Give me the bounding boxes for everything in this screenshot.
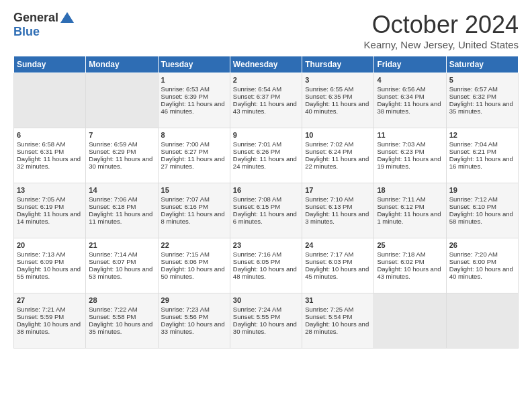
sunrise-text: Sunrise: 7:15 AM — [161, 250, 210, 258]
calendar-week-row: 6 Sunrise: 6:58 AM Sunset: 6:31 PM Dayli… — [14, 128, 519, 183]
daylight-text: Daylight: 11 hours and 16 minutes. — [449, 155, 513, 170]
logo: General Blue — [13, 11, 74, 39]
daylight-text: Daylight: 11 hours and 6 minutes. — [233, 210, 297, 225]
sunset-text: Sunset: 6:19 PM — [17, 203, 64, 210]
daylight-text: Daylight: 11 hours and 19 minutes. — [377, 155, 441, 170]
sunrise-text: Sunrise: 6:56 AM — [377, 85, 425, 93]
day-number: 7 — [89, 131, 154, 139]
sunrise-text: Sunrise: 7:03 AM — [377, 140, 425, 148]
sunrise-text: Sunrise: 7:17 AM — [305, 250, 353, 258]
day-number: 23 — [233, 241, 299, 249]
sunset-text: Sunset: 6:12 PM — [377, 203, 424, 210]
sunset-text: Sunset: 6:15 PM — [233, 203, 280, 210]
table-row: 19 Sunrise: 7:12 AM Sunset: 6:10 PM Dayl… — [446, 183, 518, 238]
day-number: 21 — [89, 241, 154, 249]
sunrise-text: Sunrise: 7:16 AM — [233, 250, 281, 258]
sunset-text: Sunset: 6:37 PM — [233, 93, 280, 100]
sunrise-text: Sunrise: 6:57 AM — [449, 85, 498, 93]
calendar-table: Sunday Monday Tuesday Wednesday Thursday… — [13, 56, 519, 349]
table-row: 30 Sunrise: 7:24 AM Sunset: 5:55 PM Dayl… — [230, 293, 302, 349]
table-row: 8 Sunrise: 7:00 AM Sunset: 6:27 PM Dayli… — [158, 128, 230, 183]
calendar-week-row: 13 Sunrise: 7:05 AM Sunset: 6:19 PM Dayl… — [14, 183, 519, 238]
day-number: 11 — [377, 131, 443, 139]
col-tuesday: Tuesday — [158, 56, 230, 73]
day-number: 17 — [305, 186, 371, 194]
sunrise-text: Sunrise: 7:14 AM — [89, 250, 137, 258]
sunrise-text: Sunrise: 7:10 AM — [305, 195, 353, 203]
sunrise-text: Sunrise: 7:01 AM — [233, 140, 281, 148]
sunset-text: Sunset: 6:24 PM — [305, 148, 352, 155]
sunrise-text: Sunrise: 6:59 AM — [89, 140, 137, 148]
day-number: 22 — [161, 241, 227, 249]
sunrise-text: Sunrise: 7:00 AM — [161, 140, 210, 148]
table-row: 10 Sunrise: 7:02 AM Sunset: 6:24 PM Dayl… — [302, 128, 374, 183]
sunset-text: Sunset: 6:02 PM — [377, 258, 424, 265]
day-number: 26 — [449, 241, 515, 249]
col-monday: Monday — [86, 56, 158, 73]
col-friday: Friday — [374, 56, 446, 73]
table-row: 20 Sunrise: 7:13 AM Sunset: 6:09 PM Dayl… — [14, 238, 86, 293]
table-row — [86, 73, 158, 128]
daylight-text: Daylight: 11 hours and 27 minutes. — [161, 155, 225, 170]
sunset-text: Sunset: 5:54 PM — [305, 313, 352, 320]
sunset-text: Sunset: 6:16 PM — [161, 203, 208, 210]
logo-general-text: General — [13, 11, 58, 25]
daylight-text: Daylight: 10 hours and 40 minutes. — [449, 265, 513, 280]
daylight-text: Daylight: 11 hours and 22 minutes. — [305, 155, 369, 170]
daylight-text: Daylight: 11 hours and 3 minutes. — [305, 210, 369, 225]
day-number: 5 — [449, 76, 515, 84]
day-number: 29 — [161, 296, 227, 304]
daylight-text: Daylight: 10 hours and 53 minutes. — [89, 265, 152, 280]
sunset-text: Sunset: 6:27 PM — [161, 148, 208, 155]
daylight-text: Daylight: 11 hours and 14 minutes. — [17, 210, 81, 225]
table-row: 29 Sunrise: 7:23 AM Sunset: 5:56 PM Dayl… — [158, 293, 230, 349]
daylight-text: Daylight: 11 hours and 8 minutes. — [161, 210, 225, 225]
calendar-header-row: Sunday Monday Tuesday Wednesday Thursday… — [14, 56, 519, 73]
location-text: Kearny, New Jersey, United States — [364, 39, 519, 50]
sunrise-text: Sunrise: 7:08 AM — [233, 195, 281, 203]
day-number: 6 — [17, 131, 83, 139]
table-row: 14 Sunrise: 7:06 AM Sunset: 6:18 PM Dayl… — [86, 183, 158, 238]
table-row: 4 Sunrise: 6:56 AM Sunset: 6:34 PM Dayli… — [374, 73, 446, 128]
sunrise-text: Sunrise: 7:07 AM — [161, 195, 210, 203]
sunset-text: Sunset: 6:34 PM — [377, 93, 424, 100]
col-thursday: Thursday — [302, 56, 374, 73]
table-row: 17 Sunrise: 7:10 AM Sunset: 6:13 PM Dayl… — [302, 183, 374, 238]
sunset-text: Sunset: 6:21 PM — [449, 148, 496, 155]
sunset-text: Sunset: 6:05 PM — [233, 258, 280, 265]
day-number: 31 — [305, 296, 371, 304]
table-row: 24 Sunrise: 7:17 AM Sunset: 6:03 PM Dayl… — [302, 238, 374, 293]
daylight-text: Daylight: 10 hours and 48 minutes. — [233, 265, 297, 280]
sunrise-text: Sunrise: 7:02 AM — [305, 140, 353, 148]
table-row: 18 Sunrise: 7:11 AM Sunset: 6:12 PM Dayl… — [374, 183, 446, 238]
table-row: 22 Sunrise: 7:15 AM Sunset: 6:06 PM Dayl… — [158, 238, 230, 293]
sunset-text: Sunset: 5:58 PM — [89, 313, 136, 320]
daylight-text: Daylight: 10 hours and 28 minutes. — [305, 320, 369, 335]
table-row: 16 Sunrise: 7:08 AM Sunset: 6:15 PM Dayl… — [230, 183, 302, 238]
sunset-text: Sunset: 6:31 PM — [17, 148, 64, 155]
sunset-text: Sunset: 6:26 PM — [233, 148, 280, 155]
col-sunday: Sunday — [14, 56, 86, 73]
table-row — [374, 293, 446, 349]
day-number: 30 — [233, 296, 299, 304]
daylight-text: Daylight: 11 hours and 43 minutes. — [233, 100, 297, 115]
sunrise-text: Sunrise: 7:24 AM — [233, 306, 281, 313]
day-number: 16 — [233, 186, 299, 194]
sunrise-text: Sunrise: 7:04 AM — [449, 140, 498, 148]
sunset-text: Sunset: 5:59 PM — [17, 313, 64, 320]
logo-triangle-icon — [60, 12, 74, 23]
day-number: 15 — [161, 186, 227, 194]
daylight-text: Daylight: 11 hours and 32 minutes. — [17, 155, 81, 170]
day-number: 20 — [17, 241, 83, 249]
title-block: October 2024 Kearny, New Jersey, United … — [364, 11, 519, 50]
sunrise-text: Sunrise: 7:12 AM — [449, 195, 498, 203]
daylight-text: Daylight: 11 hours and 38 minutes. — [377, 100, 441, 115]
daylight-text: Daylight: 11 hours and 1 minute. — [377, 210, 441, 225]
table-row: 26 Sunrise: 7:20 AM Sunset: 6:00 PM Dayl… — [446, 238, 518, 293]
daylight-text: Daylight: 10 hours and 35 minutes. — [89, 320, 152, 335]
sunset-text: Sunset: 6:00 PM — [449, 258, 496, 265]
daylight-text: Daylight: 11 hours and 35 minutes. — [449, 100, 513, 115]
sunrise-text: Sunrise: 7:05 AM — [17, 195, 65, 203]
daylight-text: Daylight: 10 hours and 58 minutes. — [449, 210, 513, 225]
daylight-text: Daylight: 11 hours and 46 minutes. — [161, 100, 225, 115]
